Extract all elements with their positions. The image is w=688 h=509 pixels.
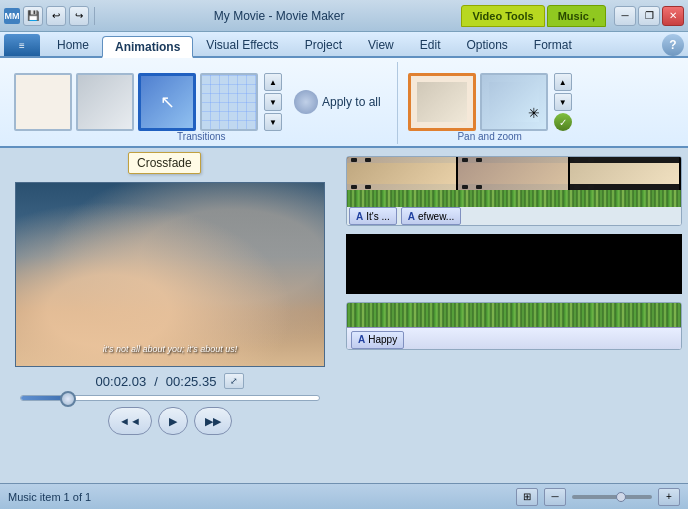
- tab-edit[interactable]: Edit: [407, 34, 454, 56]
- main-content: Crossfade it's not all about you; it's a…: [0, 148, 688, 483]
- film-hole: [476, 185, 482, 189]
- pz-check-icon: ✓: [554, 113, 572, 131]
- film-hole: [574, 158, 580, 162]
- help-button[interactable]: ?: [662, 34, 684, 56]
- transition-items: ↖ ▲ ▼ ▼ Apply to all: [14, 62, 389, 142]
- seek-fill: [21, 396, 66, 400]
- transition-mosaic[interactable]: [200, 73, 258, 131]
- context-tabs: Video Tools Music ,: [461, 5, 606, 27]
- video-track: A It's ... A efwew...: [346, 156, 682, 226]
- video-tools-tab[interactable]: Video Tools: [461, 5, 544, 27]
- film-frame-1[interactable]: [347, 157, 458, 190]
- film-hole: [351, 185, 357, 189]
- tab-home[interactable]: Home: [44, 34, 102, 56]
- film-hole: [365, 158, 371, 162]
- video-preview: it's not all about you; it's about us!: [15, 182, 325, 367]
- film-frame-2[interactable]: [458, 157, 569, 190]
- tab-project[interactable]: Project: [292, 34, 355, 56]
- apply-all-button[interactable]: Apply to all: [286, 86, 389, 118]
- rewind-button[interactable]: ◄◄: [108, 407, 152, 435]
- preview-panel: Crossfade it's not all about you; it's a…: [0, 148, 340, 483]
- expand-preview-button[interactable]: ⤢: [224, 373, 244, 389]
- film-hole: [574, 185, 580, 189]
- audio-wave-track: [347, 190, 681, 207]
- transition-none[interactable]: [14, 73, 72, 131]
- pz-scroll: ▲ ▼ ✓: [554, 73, 572, 131]
- window-controls: ─ ❐ ✕: [614, 6, 684, 26]
- fast-forward-button[interactable]: ▶▶: [194, 407, 232, 435]
- pan-zoom-section: ✳ ▲ ▼ ✓ Pan and zoom: [400, 62, 580, 144]
- film-hole: [476, 158, 482, 162]
- zoom-thumb[interactable]: [616, 492, 626, 502]
- transition-fade[interactable]: [76, 73, 134, 131]
- music-badge[interactable]: A Happy: [351, 331, 404, 349]
- ribbon-tabs: ≡ Home Animations Visual Effects Project…: [0, 32, 688, 58]
- zoom-in-button[interactable]: +: [658, 488, 680, 506]
- scroll-up-button[interactable]: ▲: [264, 73, 282, 91]
- time-separator: /: [154, 374, 158, 389]
- film-strip: [347, 157, 681, 190]
- app-icon: MM: [4, 8, 20, 24]
- scroll-down-button[interactable]: ▼: [264, 93, 282, 111]
- restore-button[interactable]: ❐: [638, 6, 660, 26]
- quick-save-button[interactable]: 💾: [23, 6, 43, 26]
- pz-scroll-up[interactable]: ▲: [554, 73, 572, 91]
- minimize-button[interactable]: ─: [614, 6, 636, 26]
- status-text: Music item 1 of 1: [8, 491, 516, 503]
- time-display: 00:02.03 / 00:25.35 ⤢: [96, 373, 245, 389]
- title-bar: MM 💾 ↩ ↪ My Movie - Movie Maker Video To…: [0, 0, 688, 32]
- film-hole: [462, 185, 468, 189]
- text-clips: A It's ... A efwew...: [347, 207, 681, 225]
- scroll-more-button[interactable]: ▼: [264, 113, 282, 131]
- split-view-button[interactable]: ⊞: [516, 488, 538, 506]
- film-hole: [462, 158, 468, 162]
- film-hole: [588, 185, 594, 189]
- seek-bar[interactable]: [20, 395, 320, 401]
- pan-zoom-thumb1[interactable]: [408, 73, 476, 131]
- pan-zoom-preview1: [417, 82, 467, 122]
- status-right: ⊞ ─ +: [516, 488, 680, 506]
- quick-redo-button[interactable]: ↪: [69, 6, 89, 26]
- music-tab[interactable]: Music ,: [547, 5, 606, 27]
- film-image-3: [570, 163, 679, 184]
- text-clip-2[interactable]: A efwew...: [401, 207, 461, 225]
- audio-wave: [347, 190, 681, 207]
- transition-slide[interactable]: ↖: [138, 73, 196, 131]
- tab-animations[interactable]: Animations: [102, 36, 193, 58]
- text-clip-1[interactable]: A It's ...: [349, 207, 397, 225]
- play-button[interactable]: ▶: [158, 407, 188, 435]
- music-wave: [347, 303, 681, 327]
- current-time: 00:02.03: [96, 374, 147, 389]
- black-video-block[interactable]: [346, 234, 682, 294]
- zoom-slider[interactable]: [572, 495, 652, 499]
- total-time: 00:25.35: [166, 374, 217, 389]
- title-bar-left: MM 💾 ↩ ↪: [4, 6, 97, 26]
- film-frame-3[interactable]: [570, 157, 681, 190]
- playback-controls: ◄◄ ▶ ▶▶: [108, 407, 232, 435]
- pan-zoom-thumb2[interactable]: ✳: [480, 73, 548, 131]
- music-track: A Happy: [346, 302, 682, 350]
- film-image-2: [458, 163, 567, 184]
- tab-visual-effects[interactable]: Visual Effects: [193, 34, 291, 56]
- tab-options[interactable]: Options: [453, 34, 520, 56]
- pz-scroll-down[interactable]: ▼: [554, 93, 572, 111]
- transitions-section: ↖ ▲ ▼ ▼ Apply to all Transitions: [6, 62, 398, 144]
- application-menu-button[interactable]: ≡: [4, 34, 40, 56]
- preview-overlay-text: it's not all about you; it's about us!: [16, 344, 324, 354]
- close-button[interactable]: ✕: [662, 6, 684, 26]
- seek-thumb[interactable]: [60, 391, 76, 407]
- film-hole: [588, 158, 594, 162]
- pan-zoom-label: Pan and zoom: [457, 131, 522, 142]
- pan-zoom-cursor-icon: ✳: [528, 105, 540, 121]
- status-bar: Music item 1 of 1 ⊞ ─ +: [0, 483, 688, 509]
- tab-format[interactable]: Format: [521, 34, 585, 56]
- ribbon-content: ↖ ▲ ▼ ▼ Apply to all Transitions ✳: [0, 58, 688, 148]
- film-image-1: [347, 163, 456, 184]
- music-wave-track: [347, 303, 681, 327]
- tab-view[interactable]: View: [355, 34, 407, 56]
- zoom-out-button[interactable]: ─: [544, 488, 566, 506]
- music-label: A Happy: [347, 327, 681, 350]
- title-separator: [94, 7, 95, 25]
- apply-all-icon: [294, 90, 318, 114]
- quick-undo-button[interactable]: ↩: [46, 6, 66, 26]
